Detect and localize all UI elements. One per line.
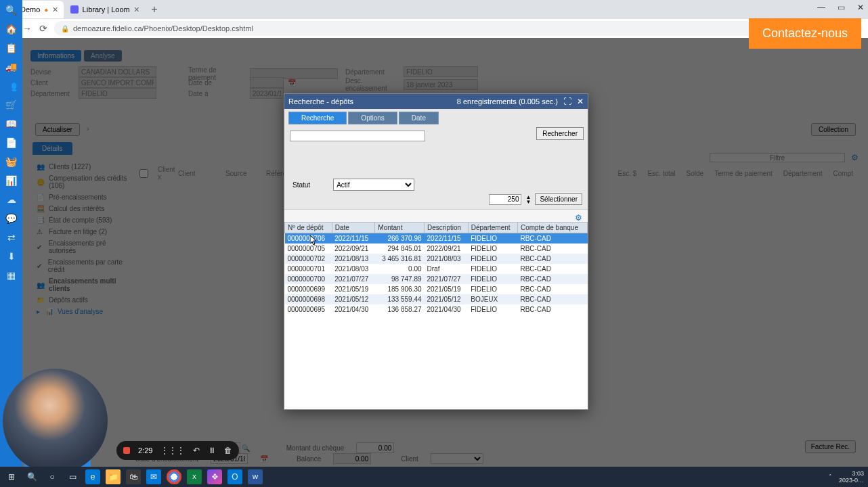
users-icon[interactable]: 👥: [5, 80, 18, 92]
cloud-icon[interactable]: ☁: [5, 193, 18, 206]
table-row[interactable]: 00000007012021/08/030.00DrafFIDELIORBC-C…: [285, 264, 588, 274]
store-icon[interactable]: 🛍: [126, 469, 141, 484]
cell-dept: FIDELIO: [468, 304, 517, 315]
pause-icon[interactable]: ⏸: [208, 446, 216, 455]
cell-desc: Draf: [425, 264, 469, 274]
word-icon[interactable]: W: [248, 469, 263, 484]
book-icon[interactable]: 📖: [5, 118, 18, 130]
chart-icon[interactable]: 📊: [5, 175, 18, 187]
excel-icon[interactable]: X: [187, 469, 202, 484]
waveform-icon[interactable]: ⋮⋮⋮: [160, 446, 185, 455]
cell-montant: 133 559.44: [375, 294, 425, 304]
new-tab-button[interactable]: +: [146, 3, 162, 16]
modal-count: 8 enregistrements (0.005 sec.): [457, 97, 558, 106]
cell-montant: 0.00: [375, 264, 425, 274]
reload-icon[interactable]: ⟳: [38, 23, 49, 34]
tab-date[interactable]: Date: [399, 112, 439, 124]
edge-icon[interactable]: e: [85, 469, 100, 484]
mail-icon[interactable]: ✉: [146, 469, 161, 484]
search-input[interactable]: [290, 131, 425, 141]
cart-icon[interactable]: 🛒: [5, 99, 18, 111]
col-dept[interactable]: Département: [468, 223, 517, 233]
cell-date: 2021/08/03: [332, 264, 375, 274]
cell-no: 0000000698: [285, 294, 332, 304]
chat-icon[interactable]: 💬: [5, 212, 18, 225]
results-table: Nº de dépôt Date Montant Description Dép…: [284, 222, 588, 409]
page-size-input[interactable]: [489, 194, 521, 205]
col-montant[interactable]: Montant: [375, 223, 425, 233]
search-icon[interactable]: 🔍: [5, 4, 18, 16]
tab-loom[interactable]: Library | Loom ×: [65, 1, 145, 18]
cell-no: 0000000702: [285, 254, 332, 264]
webcam-bubble[interactable]: [3, 369, 108, 473]
cell-desc: 2021/08/03: [425, 254, 469, 264]
url-bar[interactable]: 🔒 demoazure.fidelio.ca/Phoenix/Desktop/D…: [54, 21, 863, 36]
modal-title-text: Recherche - dépôts: [288, 97, 353, 106]
search-deposits-modal: Recherche - dépôts 8 enregistrements (0.…: [284, 93, 588, 410]
contact-button[interactable]: Contactez-nous: [749, 18, 861, 49]
cell-date: 2021/08/13: [332, 254, 375, 264]
truck-icon[interactable]: 🚚: [5, 61, 18, 73]
download-icon[interactable]: ⬇: [5, 250, 18, 262]
label-statut: Statut: [292, 181, 310, 189]
explorer-icon[interactable]: 📁: [106, 469, 121, 484]
basket-icon[interactable]: 🧺: [5, 156, 18, 168]
close-icon[interactable]: ✕: [577, 97, 584, 106]
lock-icon: 🔒: [61, 25, 69, 32]
search-icon[interactable]: 🔍: [24, 469, 39, 484]
table-row[interactable]: 00000006992021/05/19185 906.302021/05/19…: [285, 284, 588, 294]
list-icon[interactable]: 📋: [5, 42, 18, 54]
close-icon[interactable]: ×: [52, 4, 58, 15]
stepper-down-icon[interactable]: ▼: [525, 200, 531, 204]
loom-timer: 2:29: [138, 446, 152, 455]
forward-icon[interactable]: →: [22, 23, 32, 34]
cortana-icon[interactable]: ○: [45, 469, 60, 484]
doc-icon[interactable]: 📄: [5, 137, 18, 149]
tab-recherche[interactable]: Recherche: [288, 112, 347, 124]
cell-montant: 98 747.89: [375, 274, 425, 284]
table-row[interactable]: 00000007052022/09/21294 845.012022/09/21…: [285, 244, 588, 254]
grid-icon[interactable]: ▦: [5, 269, 18, 281]
start-icon[interactable]: ⊞: [4, 469, 19, 484]
outlook-icon[interactable]: O: [227, 469, 242, 484]
chrome-icon[interactable]: [167, 469, 181, 484]
loom-control-bar: 2:29 ⋮⋮⋮ ↶ ⏸ 🗑: [116, 441, 239, 460]
tray-up-icon[interactable]: ˄: [829, 473, 832, 480]
cell-date: 2021/05/12: [332, 294, 375, 304]
col-no[interactable]: Nº de dépôt: [285, 223, 332, 233]
cell-desc: 2021/04/30: [425, 304, 469, 315]
tab-options[interactable]: Options: [348, 112, 397, 124]
minimize-icon[interactable]: ―: [817, 3, 825, 12]
col-desc[interactable]: Description: [425, 223, 469, 233]
table-row[interactable]: 00000006982021/05/12133 559.442021/05/12…: [285, 294, 588, 304]
col-date[interactable]: Date: [332, 223, 375, 233]
selectionner-button[interactable]: Sélectionner: [535, 193, 582, 205]
maximize-icon[interactable]: ▭: [838, 3, 845, 12]
undo-icon[interactable]: ↶: [193, 446, 200, 455]
record-icon[interactable]: [123, 447, 130, 454]
select-statut[interactable]: Actif: [333, 179, 414, 191]
gear-icon[interactable]: ⚙: [575, 213, 582, 223]
cell-dept: FIDELIO: [468, 233, 517, 244]
cell-date: 2022/11/15: [332, 233, 375, 244]
taskview-icon[interactable]: ▭: [65, 469, 80, 484]
copilot-icon[interactable]: ❖: [207, 469, 222, 484]
cell-desc: 2021/05/19: [425, 284, 469, 294]
expand-icon[interactable]: ⛶: [563, 97, 571, 106]
cell-desc: 2022/11/15: [425, 233, 469, 244]
table-row[interactable]: 00000007062022/11/15266 370.982022/11/15…: [285, 233, 588, 244]
cell-montant: 185 906.30: [375, 284, 425, 294]
trash-icon[interactable]: 🗑: [224, 446, 232, 455]
table-row[interactable]: 00000007022021/08/133 465 316.812021/08/…: [285, 254, 588, 264]
swap-icon[interactable]: ⇄: [5, 231, 18, 244]
col-compte[interactable]: Compte de banque: [517, 223, 587, 233]
home-icon[interactable]: 🏠: [5, 23, 18, 35]
table-row[interactable]: 00000007002021/07/2798 747.892021/07/27F…: [285, 274, 588, 284]
cell-date: 2022/09/21: [332, 244, 375, 254]
tabs-row: Demo ● × Library | Loom × +: [0, 0, 868, 19]
close-icon[interactable]: ×: [134, 4, 139, 15]
close-icon[interactable]: ✕: [857, 3, 864, 12]
table-row[interactable]: 00000006952021/04/30136 858.272021/04/30…: [285, 304, 588, 315]
cell-compte: RBC-CAD: [517, 294, 587, 304]
rechercher-button[interactable]: Rechercher: [536, 127, 584, 140]
